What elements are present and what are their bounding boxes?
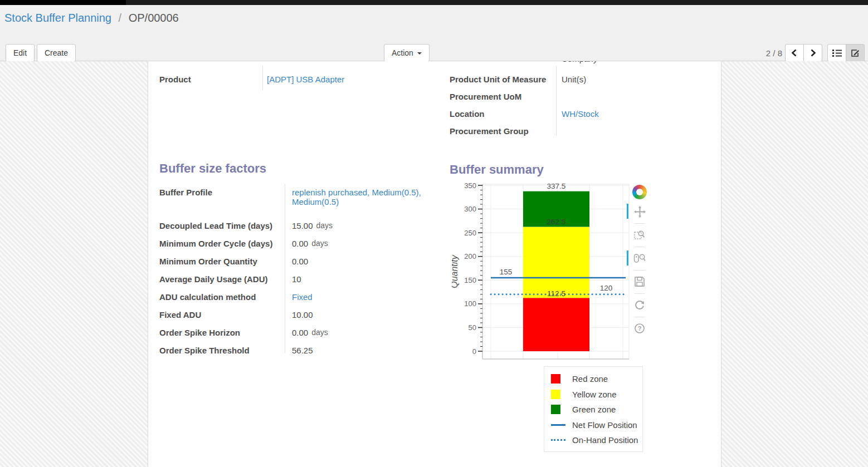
list-icon [832, 49, 842, 57]
legend-label: Green zone [572, 405, 616, 414]
product-value-link[interactable]: [ADPT] USB Adapter [267, 75, 344, 84]
top-menu-active-segment [0, 0, 126, 5]
location-label: Location [450, 109, 556, 119]
legend-item-yellow-zone: Yellow zone [551, 387, 636, 402]
legend-item-red-zone: Red zone [551, 371, 636, 387]
field-row-location: Location WH/Stock [450, 109, 711, 126]
edit-button-label: Edit [13, 48, 27, 57]
svg-text:350: 350 [464, 183, 476, 190]
procurement-group-label: Procurement Group [450, 126, 556, 136]
pager-next-button[interactable] [803, 44, 822, 62]
form-sheet: Company Product [ADPT] USB Adapter Produ… [148, 61, 721, 467]
toolbar-separator [634, 247, 645, 247]
view-switcher [827, 44, 865, 62]
buffer-size-factors-heading: Buffer size factors [159, 161, 266, 176]
pager-previous-button[interactable] [785, 44, 804, 62]
svg-text:?: ? [638, 325, 642, 332]
product-uom-value: Unit(s) [556, 75, 586, 84]
adu-method-value-link[interactable]: Fixed [292, 292, 313, 302]
caret-down-icon [417, 52, 422, 55]
legend-label: Red zone [572, 374, 608, 384]
control-panel: Stock Buffer Planning / OP/00006 Edit Cr… [0, 5, 868, 61]
field-row-procurement-uom: Procurement UoM [450, 92, 711, 109]
product-group: Product [ADPT] USB Adapter [159, 75, 438, 84]
toolbar-separator [634, 317, 645, 317]
pan-icon [634, 206, 646, 218]
create-button-label: Create [45, 48, 68, 57]
create-button[interactable]: Create [37, 44, 76, 62]
chart-toolbar: ? [630, 185, 650, 340]
field-row-spike-horizon: Order Spike Horizon 0.00 days [159, 325, 435, 343]
on-hand-line-swatch [551, 439, 565, 441]
field-row-spike-threshold: Order Spike Threshold 56.25 [159, 343, 435, 361]
breadcrumb-separator: / [119, 12, 122, 24]
toolbar-separator [634, 270, 645, 271]
measure-location-group: Product Unit of Measure Unit(s) Procurem… [450, 75, 711, 144]
box-zoom-tool-button[interactable] [632, 228, 647, 242]
breadcrumb-current: OP/00006 [129, 12, 179, 24]
bokeh-logo-icon[interactable] [632, 185, 647, 199]
svg-text:100: 100 [464, 299, 476, 308]
save-tool-button[interactable] [632, 275, 647, 288]
reset-icon [634, 299, 645, 311]
legend-item-net-flow: Net Flow Position [551, 417, 636, 433]
fixed-adu-value: 10.00 [285, 310, 313, 319]
field-row-uom: Product Unit of Measure Unit(s) [450, 75, 711, 92]
moq-label: Minimum Order Quantity [159, 257, 285, 266]
svg-text:0: 0 [472, 347, 476, 356]
adu-value: 10 [285, 274, 301, 284]
location-value-link[interactable]: WH/Stock [562, 109, 599, 119]
svg-text:250: 250 [464, 229, 476, 237]
field-row-moq: Minimum Order Quantity 0.00 [159, 254, 435, 272]
svg-text:120: 120 [600, 284, 613, 292]
clipped-row-fragment: Company [562, 61, 684, 65]
svg-text:300: 300 [464, 205, 476, 213]
wheel-zoom-tool-button[interactable] [632, 252, 647, 265]
svg-text:Quantity: Quantity [452, 254, 459, 288]
content-background: Company Product [ADPT] USB Adapter Produ… [0, 61, 868, 467]
field-row-buffer-profile: Buffer Profile replenish purchased, Medi… [159, 185, 435, 218]
legend-label: Yellow zone [572, 390, 617, 399]
dlt-value: 15.00 [285, 221, 313, 230]
form-view-button[interactable] [846, 44, 865, 62]
chart-legend: Red zone Yellow zone Green zone Net Flow… [544, 366, 643, 452]
action-dropdown-button[interactable]: Action [384, 44, 430, 62]
svg-text:50: 50 [469, 323, 476, 332]
fixed-adu-label: Fixed ADU [159, 310, 285, 319]
buffer-profile-value-link[interactable]: replenish purchased, Medium(0.5), Medium… [292, 188, 421, 207]
save-icon [634, 276, 645, 287]
adu-method-label: ADU calculation method [159, 292, 285, 302]
net-flow-line-swatch [551, 424, 565, 426]
pager-count: 2 / 8 [758, 48, 782, 58]
spike-horizon-label: Order Spike Horizon [159, 328, 285, 337]
product-label: Product [159, 75, 262, 84]
product-uom-label: Product Unit of Measure [450, 75, 556, 84]
reset-tool-button[interactable] [632, 298, 647, 312]
moc-unit: days [311, 239, 328, 248]
pan-tool-button[interactable] [632, 205, 647, 218]
legend-label: Net Flow Position [572, 420, 637, 430]
edit-button[interactable]: Edit [6, 44, 35, 62]
field-row-procurement-group: Procurement Group [450, 126, 711, 144]
list-view-button[interactable] [827, 44, 846, 62]
spike-horizon-unit: days [311, 328, 328, 337]
buffer-profile-label: Buffer Profile [159, 188, 285, 197]
top-menu-bar [0, 0, 868, 5]
breadcrumb-parent-link[interactable]: Stock Buffer Planning [4, 12, 111, 24]
buffer-factors-group: Buffer Profile replenish purchased, Medi… [159, 185, 435, 361]
spike-threshold-label: Order Spike Threshold [159, 346, 285, 355]
field-row-adu: Average Daily Usage (ADU) 10 [159, 272, 435, 289]
spike-horizon-value: 0.00 [285, 328, 308, 337]
moq-value: 0.00 [285, 257, 308, 266]
red-zone-swatch [551, 374, 560, 384]
yellow-zone-swatch [551, 390, 560, 399]
svg-text:112.5: 112.5 [547, 289, 565, 298]
toolbar-separator [634, 293, 645, 294]
buffer-summary-chart[interactable]: 050100150200250300350337.5262.5155120112… [452, 183, 636, 366]
help-icon: ? [634, 323, 645, 334]
help-tool-button[interactable]: ? [632, 322, 647, 335]
wheel-zoom-icon [633, 253, 646, 264]
legend-item-on-hand: On-Hand Position [551, 432, 636, 448]
legend-item-green-zone: Green zone [551, 402, 636, 417]
svg-text:155: 155 [500, 268, 513, 276]
